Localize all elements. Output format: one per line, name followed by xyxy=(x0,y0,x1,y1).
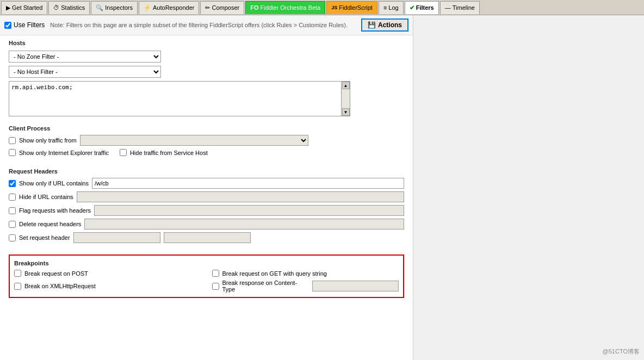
scroll-track xyxy=(342,89,350,108)
show-only-ie-label: Show only Internet Explorer traffic xyxy=(19,150,109,156)
hide-service-host-checkbox[interactable] xyxy=(120,149,127,156)
break-get-label: Break request on GET with query string xyxy=(222,270,327,277)
break-post-checkbox[interactable] xyxy=(14,270,21,277)
break-xml-label: Break on XMLHttpRequest xyxy=(24,283,96,289)
tab-statistics[interactable]: ⏱ Statistics xyxy=(48,1,90,14)
hide-url-checkbox[interactable] xyxy=(9,194,16,201)
tab-get-started[interactable]: ▶ Get Started xyxy=(1,1,47,14)
break-response-row: Break response on Content-Type xyxy=(212,280,399,293)
filter-panel: Use Filters Note: Filters on this page a… xyxy=(0,15,413,360)
flag-headers-row: Flag requests with headers xyxy=(9,205,404,216)
request-headers-title: Request Headers xyxy=(9,168,404,175)
hosts-title: Hosts xyxy=(9,40,404,46)
break-post-label: Break request on POST xyxy=(24,270,88,277)
scroll-up-arrow[interactable]: ▲ xyxy=(342,82,350,89)
break-get-checkbox[interactable] xyxy=(212,270,219,277)
break-response-input[interactable] xyxy=(312,281,399,291)
set-header-row: Set request header xyxy=(9,232,404,243)
show-only-ie-row: Show only Internet Explorer traffic xyxy=(9,149,109,156)
breakpoints-grid: Break request on POST Break request on G… xyxy=(14,270,399,293)
url-contains-label: Show only if URL contains xyxy=(19,180,89,187)
host-scrollbar: ▲ ▼ xyxy=(341,82,350,116)
filters-icon: ✔ xyxy=(410,4,414,11)
break-xml-row: Break on XMLHttpRequest xyxy=(14,280,201,293)
flag-headers-label: Flag requests with headers xyxy=(19,207,91,214)
set-header-value-input[interactable] xyxy=(164,232,251,243)
hide-url-label: Hide if URL contains xyxy=(19,194,73,200)
hide-service-host-label: Hide traffic from Service Host xyxy=(130,150,208,156)
break-response-checkbox[interactable] xyxy=(212,283,219,290)
tab-fiddler-orchestra[interactable]: FO Fiddler Orchestra Beta xyxy=(245,1,325,14)
scroll-down-arrow[interactable]: ▼ xyxy=(342,108,350,116)
actions-button[interactable]: 💾 Actions xyxy=(361,18,408,32)
break-get-row: Break request on GET with query string xyxy=(212,270,399,277)
fiddler-orchestra-icon: FO xyxy=(250,4,258,11)
note-text: Note: Filters on this page are a simple … xyxy=(50,22,356,28)
actions-icon: 💾 xyxy=(368,21,376,29)
set-header-label: Set request header xyxy=(19,234,70,241)
hide-service-host-row: Hide traffic from Service Host xyxy=(120,149,208,156)
tab-filters[interactable]: ✔ Filters xyxy=(405,1,439,14)
set-header-name-input[interactable] xyxy=(73,232,160,243)
tab-timeline[interactable]: — Timeline xyxy=(440,1,480,14)
tab-autoresponder[interactable]: ⚡ AutoResponder xyxy=(139,1,199,14)
host-textarea-wrapper: rm.api.weibo.com; ▲ ▼ xyxy=(9,81,350,116)
flag-headers-input[interactable] xyxy=(94,205,404,216)
zone-filter-select[interactable]: - No Zone Filter - xyxy=(9,51,161,63)
show-only-ie-checkbox[interactable] xyxy=(9,149,16,156)
tab-inspectors[interactable]: 🔍 Inspectors xyxy=(91,1,138,14)
log-icon: ≡ xyxy=(383,4,387,11)
client-process-section: Client Process Show only traffic from Sh… xyxy=(0,121,413,164)
url-contains-row: Show only if URL contains xyxy=(9,178,404,189)
hide-url-input[interactable] xyxy=(77,191,404,202)
right-sidebar xyxy=(413,15,644,360)
composer-icon: ✏ xyxy=(205,4,210,11)
break-xml-checkbox[interactable] xyxy=(14,283,21,290)
break-post-row: Break request on POST xyxy=(14,270,201,277)
get-started-icon: ▶ xyxy=(6,4,10,11)
use-filters-checkbox[interactable] xyxy=(4,22,11,29)
show-only-traffic-row: Show only traffic from xyxy=(9,135,404,146)
autoresponder-icon: ⚡ xyxy=(144,4,151,11)
timeline-icon: — xyxy=(445,4,451,11)
breakpoints-title: Breakpoints xyxy=(14,260,399,266)
breakpoints-section: Breakpoints Break request on POST Break … xyxy=(9,255,404,298)
inspectors-icon: 🔍 xyxy=(96,4,103,11)
flag-headers-checkbox[interactable] xyxy=(9,207,16,214)
tab-fiddlerscript[interactable]: JS FiddlerScript xyxy=(326,1,377,14)
process-dropdown[interactable] xyxy=(80,135,308,146)
tab-log[interactable]: ≡ Log xyxy=(379,1,404,14)
delete-headers-label: Delete request headers xyxy=(19,221,81,227)
toolbar-row: Use Filters Note: Filters on this page a… xyxy=(0,15,413,35)
fiddlerscript-icon: JS xyxy=(331,5,337,10)
delete-headers-checkbox[interactable] xyxy=(9,221,16,228)
statistics-icon: ⏱ xyxy=(53,4,59,11)
hide-url-row: Hide if URL contains xyxy=(9,191,404,202)
url-contains-input[interactable] xyxy=(92,178,404,189)
break-response-label: Break response on Content-Type xyxy=(222,280,309,293)
request-headers-section: Request Headers Show only if URL contain… xyxy=(0,164,413,250)
client-process-title: Client Process xyxy=(9,125,404,132)
host-filter-select[interactable]: - No Host Filter - xyxy=(9,66,161,78)
use-filters-container: Use Filters xyxy=(4,21,45,29)
set-header-checkbox[interactable] xyxy=(9,234,16,241)
url-contains-checkbox[interactable] xyxy=(9,180,16,187)
host-textarea[interactable]: rm.api.weibo.com; xyxy=(9,82,341,116)
watermark: @51CTO博客 xyxy=(603,347,640,356)
show-only-traffic-checkbox[interactable] xyxy=(9,137,16,144)
delete-headers-input[interactable] xyxy=(84,219,404,229)
delete-headers-row: Delete request headers xyxy=(9,219,404,229)
tab-bar: ▶ Get Started ⏱ Statistics 🔍 Inspectors … xyxy=(0,0,644,15)
tab-composer[interactable]: ✏ Composer xyxy=(200,1,244,14)
main-content: Use Filters Note: Filters on this page a… xyxy=(0,15,644,360)
use-filters-label: Use Filters xyxy=(14,21,45,29)
show-only-traffic-label: Show only traffic from xyxy=(19,137,77,144)
hosts-section: Hosts - No Zone Filter - - No Host Filte… xyxy=(0,35,413,121)
